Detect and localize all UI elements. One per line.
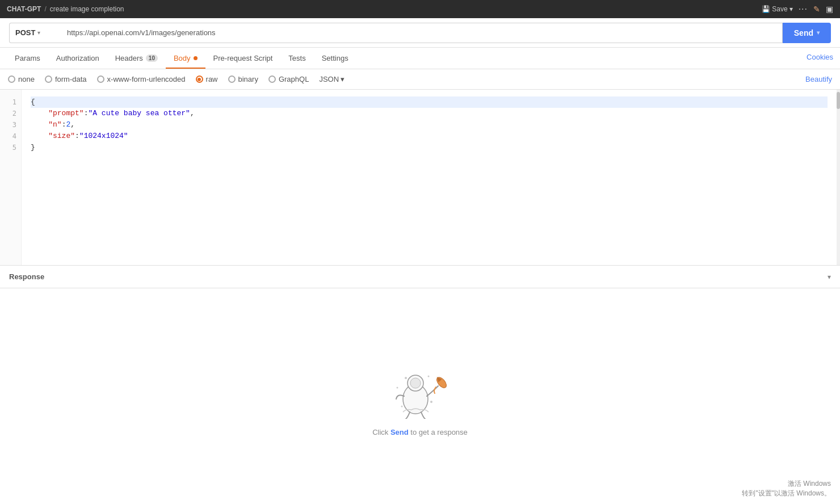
tab-settings[interactable]: Settings: [314, 48, 356, 69]
close-brace: }: [31, 142, 35, 153]
tab-body[interactable]: Body: [166, 48, 205, 69]
tab-authorization[interactable]: Authorization: [48, 48, 107, 69]
code-body[interactable]: { "prompt" : "A cute baby sea otter" , "…: [22, 90, 837, 265]
form-data-radio: [45, 75, 52, 83]
tab-params[interactable]: Params: [7, 48, 48, 69]
urlencoded-radio: [97, 75, 104, 83]
url-input[interactable]: [60, 23, 783, 43]
beautify-button[interactable]: Beautify: [805, 75, 832, 83]
response-label: Response: [9, 272, 44, 281]
send-button[interactable]: Send ▾: [783, 23, 831, 43]
scrollbar-thumb: [837, 92, 840, 109]
code-line-5: }: [31, 142, 828, 153]
svg-point-5: [405, 377, 407, 379]
tab-headers[interactable]: Headers 10: [107, 48, 166, 69]
windows-activation: 激活 Windows 转到"设置"以激活 Windows。: [742, 479, 831, 498]
json-type-select[interactable]: JSON ▾: [319, 75, 345, 83]
response-content: Click Send to get a response: [0, 288, 840, 504]
top-bar: CHAT-GPT / create image completion 💾 Sav…: [0, 0, 840, 18]
code-line-2: "prompt" : "A cute baby sea otter" ,: [31, 108, 828, 119]
graphql-radio: [268, 75, 276, 83]
graphql-option[interactable]: GraphQL: [268, 75, 309, 83]
binary-radio: [228, 75, 236, 83]
save-button[interactable]: 💾 Save ▾: [762, 5, 792, 13]
raw-option[interactable]: raw: [196, 75, 218, 83]
prompt-value: "A cute baby sea otter": [88, 108, 190, 119]
empty-state: Click Send to get a response: [372, 356, 468, 436]
none-radio: [8, 75, 15, 83]
breadcrumb-sep: /: [44, 5, 46, 13]
open-brace: {: [31, 96, 35, 108]
tab-tests[interactable]: Tests: [280, 48, 313, 69]
svg-point-6: [427, 375, 429, 377]
svg-point-2: [410, 378, 421, 388]
raw-radio: [196, 75, 203, 83]
n-value: 2: [66, 119, 70, 131]
body-dot: [194, 56, 198, 60]
code-editor[interactable]: 1 2 3 4 5 { "prompt" : "A cute baby sea …: [0, 90, 840, 266]
page-title: create image completion: [50, 5, 124, 13]
pencil-icon: ✎: [813, 5, 820, 14]
method-label: POST: [15, 28, 35, 37]
none-option[interactable]: none: [8, 75, 35, 83]
layout-icon: ▣: [826, 5, 833, 14]
response-chevron[interactable]: ▾: [828, 273, 831, 281]
send-chevron: ▾: [817, 30, 820, 36]
request-tabs: Params Authorization Headers 10 Body Pre…: [0, 48, 840, 69]
url-bar: POST ▾ Send ▾: [0, 18, 840, 48]
response-bar: Response ▾: [0, 266, 840, 288]
size-key: "size": [48, 131, 75, 142]
code-line-3: "n" : 2 ,: [31, 119, 828, 131]
method-chevron: ▾: [37, 30, 40, 36]
json-chevron: ▾: [341, 75, 345, 83]
line-numbers: 1 2 3 4 5: [0, 90, 22, 265]
size-value: "1024x1024": [79, 131, 128, 142]
save-chevron: ▾: [789, 5, 793, 13]
tab-pre-request[interactable]: Pre-request Script: [205, 48, 281, 69]
save-icon: 💾: [762, 5, 770, 13]
headers-badge: 10: [146, 54, 158, 62]
cookies-link[interactable]: Cookies: [807, 53, 833, 64]
code-line-1: {: [31, 96, 828, 108]
send-word: Send: [390, 428, 409, 436]
n-key: "n": [48, 119, 61, 131]
urlencoded-option[interactable]: x-www-form-urlencoded: [97, 75, 186, 83]
send-hint: Click Send to get a response: [372, 428, 468, 436]
more-options-button[interactable]: ···: [799, 4, 808, 14]
form-data-option[interactable]: form-data: [45, 75, 87, 83]
astronaut-illustration: [375, 356, 465, 419]
editor-scrollbar[interactable]: [837, 90, 840, 265]
method-select[interactable]: POST ▾: [9, 23, 60, 43]
code-line-4: "size" : "1024x1024": [31, 131, 828, 142]
svg-point-7: [396, 387, 398, 388]
body-options: none form-data x-www-form-urlencoded raw…: [0, 69, 840, 90]
binary-option[interactable]: binary: [228, 75, 258, 83]
breadcrumb: CHAT-GPT / create image completion: [7, 5, 124, 13]
app-name: CHAT-GPT: [7, 5, 41, 13]
top-bar-actions: 💾 Save ▾ ··· ✎ ▣: [762, 4, 833, 14]
svg-point-9: [401, 405, 402, 407]
svg-point-8: [430, 401, 432, 403]
prompt-key: "prompt": [48, 108, 83, 119]
